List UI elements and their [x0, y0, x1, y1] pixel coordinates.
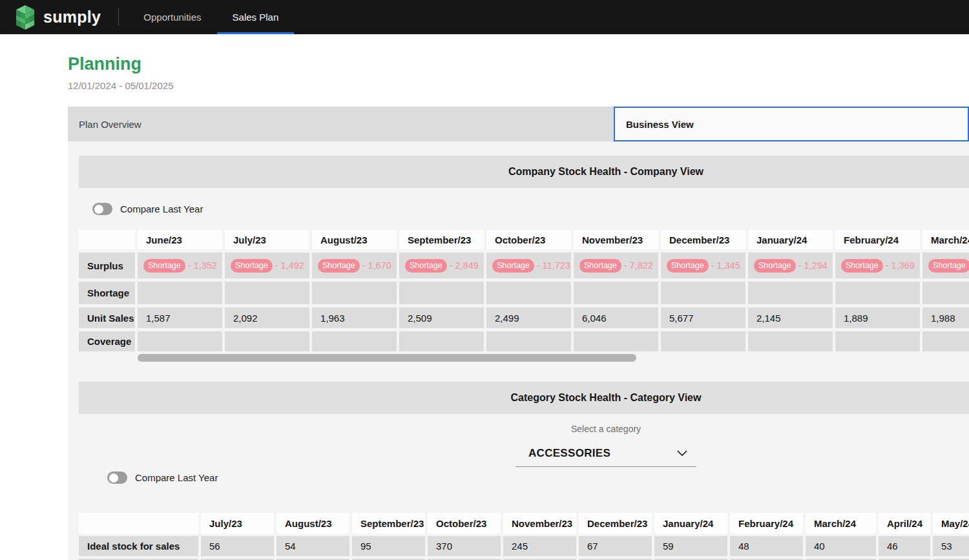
table-cell: [574, 331, 658, 351]
shortage-badge: Shortage: [841, 259, 883, 273]
column-header: November/23: [503, 513, 576, 534]
category-stock-table: July/23August/23September/23October/23No…: [79, 513, 969, 560]
compare-last-year-row-company: Compare Last Year: [92, 203, 969, 215]
table-cell: [835, 331, 920, 351]
column-header: December/23: [661, 230, 745, 249]
brand[interactable]: sumply: [0, 0, 118, 34]
shortage-value: - 1,369: [886, 260, 915, 271]
table-cell: 54: [276, 536, 349, 556]
table-cell: 370: [428, 536, 501, 556]
table-cell: Shortage: [922, 253, 969, 278]
table-cell: 245: [503, 536, 576, 556]
shortage-badge: Shortage: [928, 259, 969, 273]
table-cell: 67: [579, 536, 652, 556]
shortage-value: - 7,822: [624, 260, 653, 271]
table-cell: 1,988: [922, 307, 969, 328]
column-header: October/23: [486, 230, 571, 249]
column-header: October/23: [428, 513, 501, 534]
table-cell: Shortage- 1,352: [138, 253, 222, 278]
page-head: Planning 12/01/2024 - 05/01/2025: [68, 54, 969, 91]
table-header-row: June/23July/23August/23September/23Octob…: [79, 230, 969, 249]
table-cell: Shortage- 7,822: [574, 253, 658, 278]
chevron-down-icon: [677, 450, 687, 457]
table-cell: [225, 331, 309, 351]
table-cell: Shortage- 1,345: [661, 253, 745, 278]
nav-item-opportunities[interactable]: Opportunities: [128, 0, 216, 34]
table-cell: 1,963: [312, 307, 397, 328]
compare-last-year-toggle-category[interactable]: [107, 472, 127, 484]
date-range: 12/01/2024 - 05/01/2025: [68, 80, 969, 91]
table-cell: 2,509: [399, 307, 484, 328]
table-cell: [486, 331, 571, 351]
table-cell: [399, 282, 484, 304]
compare-last-year-toggle-company[interactable]: [92, 203, 112, 215]
tabbar: Plan Overview Business View: [68, 107, 969, 141]
table-cell: 2,145: [748, 307, 833, 328]
column-header: April/24: [879, 513, 930, 534]
nav-item-sales-plan[interactable]: Sales Plan: [217, 0, 295, 34]
shortage-badge: Shortage: [579, 259, 621, 273]
column-header: March/24: [806, 513, 876, 534]
corner-cell: [79, 230, 135, 249]
content-panel: Plan Overview Business View Company Stoc…: [68, 107, 969, 560]
shortage-badge: Shortage: [667, 259, 709, 273]
shortage-value: - 1,352: [188, 260, 217, 271]
shortage-badge: Shortage: [405, 259, 447, 273]
column-header: September/23: [399, 230, 484, 249]
company-stock-table: June/23July/23August/23September/23Octob…: [79, 230, 969, 351]
shortage-badge: Shortage: [754, 259, 796, 273]
table-header-row: July/23August/23September/23October/23No…: [79, 513, 969, 534]
column-header: December/23: [579, 513, 652, 534]
table-cell: Shortage- 2,849: [399, 253, 484, 278]
table-cell: [835, 282, 920, 304]
compare-last-year-label: Compare Last Year: [120, 203, 203, 214]
table-cell: Shortage- 1,492: [225, 253, 309, 278]
column-header: March/24: [922, 230, 969, 249]
table-cell: [922, 282, 969, 304]
table-cell: 95: [352, 536, 425, 556]
column-header: November/23: [574, 230, 658, 249]
shortage-badge: Shortage: [143, 259, 185, 273]
shortage-badge: Shortage: [492, 259, 534, 273]
shortage-value: - 11,723: [537, 260, 570, 271]
column-header: August/23: [276, 513, 349, 534]
table-cell: Shortage- 1,294: [748, 253, 833, 278]
table-row: Shortage: [79, 282, 969, 304]
shortage-badge: Shortage: [318, 259, 360, 273]
table-cell: 48: [730, 536, 803, 556]
navbar-items: OpportunitiesSales Plan: [128, 0, 294, 34]
table-cell: Shortage- 1,369: [835, 253, 920, 278]
navbar: sumply OpportunitiesSales Plan: [0, 0, 969, 34]
row-header: Surplus: [79, 253, 135, 278]
row-header: Shortage: [79, 282, 135, 304]
table-cell: [748, 331, 833, 351]
table-row: SurplusShortage- 1,352Shortage- 1,492Sho…: [79, 253, 969, 278]
page-title: Planning: [68, 54, 969, 74]
table-cell: 53: [933, 536, 969, 556]
table-cell: Shortage- 1,670: [312, 253, 397, 278]
row-header: Coverage: [79, 331, 135, 351]
column-header: February/24: [730, 513, 803, 534]
table-row: Coverage: [79, 331, 969, 351]
horizontal-scrollbar-thumb[interactable]: [138, 354, 636, 362]
table-cell: [748, 282, 833, 304]
column-header: July/23: [225, 230, 309, 249]
navbar-divider: [118, 8, 119, 26]
table-cell: [312, 282, 397, 304]
tab-plan-overview[interactable]: Plan Overview: [68, 107, 614, 141]
toggle-knob: [94, 205, 103, 214]
table-cell: 46: [879, 536, 930, 556]
table-cell: [138, 282, 222, 304]
tab-business-view[interactable]: Business View: [614, 107, 969, 141]
table-cell: Shortage- 11,723: [486, 253, 571, 278]
table-cell: 1,587: [138, 307, 222, 328]
compare-last-year-row-category: Compare Last Year: [107, 472, 969, 484]
column-header: August/23: [312, 230, 397, 249]
category-dropdown[interactable]: ACCESSORIES: [516, 443, 696, 467]
table-cell: 1,889: [835, 307, 920, 328]
table-row: Ideal stock for sales5654953702456759484…: [79, 536, 969, 556]
brand-name: sumply: [43, 8, 101, 26]
table-cell: 56: [201, 536, 274, 556]
shortage-value: - 1,345: [711, 260, 740, 271]
table-cell: [399, 331, 484, 351]
